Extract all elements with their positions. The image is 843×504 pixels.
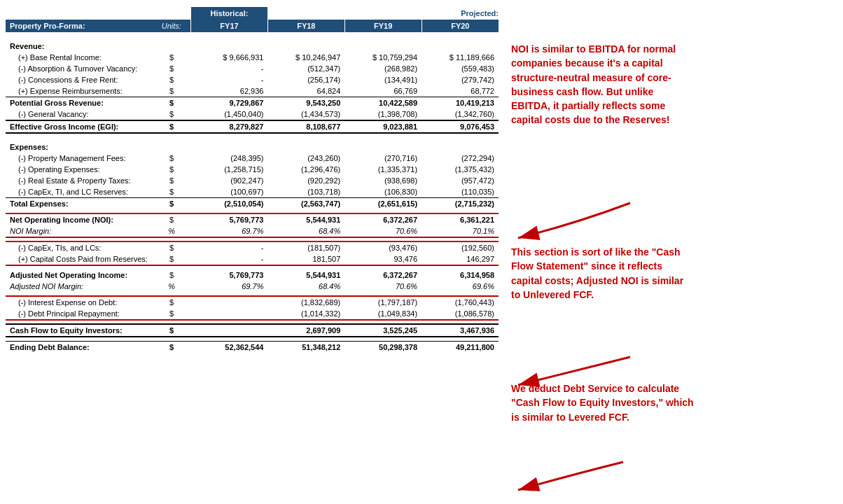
revenue-section-header: Revenue: [6, 36, 499, 52]
ending-debt-row: Ending Debt Balance: $ 52,362,544 51,348… [6, 341, 499, 353]
prop-mgmt-row: (-) Property Management Fees: $ (248,395… [6, 153, 499, 164]
potential-gross-row: Potential Gross Revenue: $ 9,729,867 9,5… [6, 97, 499, 109]
real-estate-tax-row: (-) Real Estate & Property Taxes: $ (902… [6, 175, 499, 186]
interest-expense-row: (-) Interest Expense on Debt: $ (1,832,6… [6, 296, 499, 308]
fy18-header: FY18 [267, 20, 344, 32]
header-top-row: Historical: Projected: [6, 7, 499, 20]
adj-noi-row: Adjusted Net Operating Income: $ 5,769,7… [6, 270, 499, 281]
expense-reimb-row: (+) Expense Reimbursements: $ 62,936 64,… [6, 85, 499, 97]
capital-costs-row: (+) Capital Costs Paid from Reserves: $ … [6, 253, 499, 265]
noi-arrow [504, 196, 707, 252]
projected-header: Projected: [267, 7, 499, 20]
expenses-section-header: Expenses: [6, 137, 499, 153]
cfei-row: Cash Flow to Equity Investors: $ 2,697,9… [6, 324, 499, 337]
egi-row: Effective Gross Income (EGI): $ 8,279,82… [6, 120, 499, 133]
header-bottom-row: Property Pro-Forma: Units: FY17 FY18 FY1… [6, 20, 499, 32]
debt-annotation: We deduct Debt Service to calculate "Cas… [511, 382, 700, 424]
operating-exp-row: (-) Operating Expenses: $ (1,258,715) (1… [6, 164, 499, 175]
annotations-panel: NOI is similar to EBITDA for normal comp… [504, 0, 843, 504]
fy17-header: FY17 [191, 20, 268, 32]
concessions-row: (-) Concessions & Free Rent: $ - (256,17… [6, 74, 499, 85]
property-proforma-label: Property Pro-Forma: [6, 20, 153, 32]
capex-reserves-row: (-) CapEx, TI, and LC Reserves: $ (100,6… [6, 186, 499, 198]
units-header [153, 7, 191, 20]
debt-principal-row: (-) Debt Principal Repayment: $ (1,014,3… [6, 308, 499, 320]
adj-noi-margin-row: Adjusted NOI Margin: % 69.7% 68.4% 70.6%… [6, 281, 499, 292]
section-annotation: This section is sort of like the "Cash F… [511, 245, 693, 302]
debt-arrow [504, 455, 707, 497]
fy20-header: FY20 [422, 20, 499, 32]
total-expenses-row: Total Expenses: $ (2,510,054) (2,563,747… [6, 198, 499, 210]
noi-margin-row: NOI Margin: % 69.7% 68.4% 70.6% 70.1% [6, 225, 499, 237]
absorption-row: (-) Absorption & Turnover Vacancy: $ - (… [6, 63, 499, 74]
capex-tis-row: (-) CapEx, TIs, and LCs: $ - (181,507) (… [6, 241, 499, 253]
noi-row: Net Operating Income (NOI): $ 5,769,773 … [6, 214, 499, 225]
general-vacancy-row: (-) General Vacancy: $ (1,450,040) (1,43… [6, 108, 499, 120]
noi-annotation: NOI is similar to EBITDA for normal comp… [511, 42, 693, 127]
fy19-header: FY19 [344, 20, 422, 32]
historical-header: Historical: [191, 7, 268, 20]
units-label: Units: [153, 20, 191, 32]
financial-table: Historical: Projected: Property Pro-Form… [0, 0, 504, 504]
base-rental-row: (+) Base Rental Income: $ $ 9,666,931 $ … [6, 52, 499, 63]
